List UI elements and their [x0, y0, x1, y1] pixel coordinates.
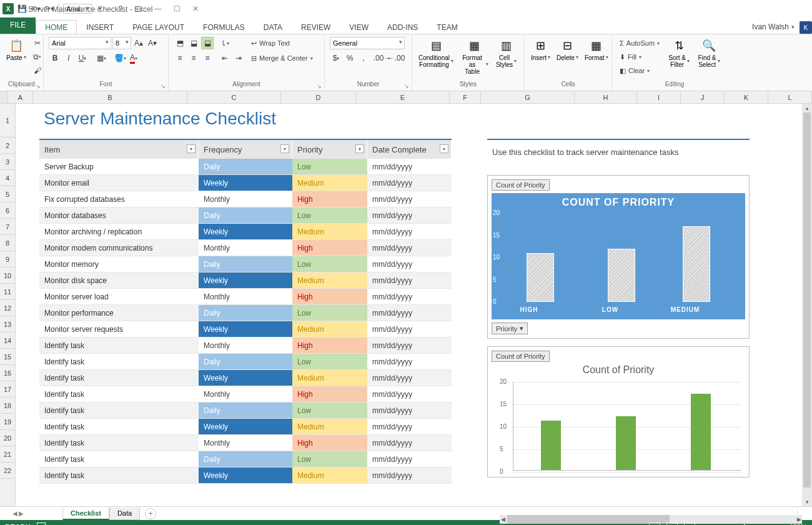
- cell-date[interactable]: mm/dd/yyyy: [367, 208, 452, 223]
- align-center-icon[interactable]: ≡: [187, 52, 200, 64]
- cell-item[interactable]: Identify task: [39, 386, 199, 402]
- format-painter-icon[interactable]: 🖌: [31, 64, 44, 77]
- delete-button[interactable]: ⊟Delete▾: [555, 37, 580, 62]
- cell-item[interactable]: Identify task: [39, 402, 199, 418]
- filter-icon[interactable]: ▾: [440, 144, 448, 153]
- align-bottom-icon[interactable]: ⬓: [201, 37, 214, 49]
- table-row[interactable]: Identify taskDailyLowmm/dd/yyyy: [39, 354, 452, 370]
- table-row[interactable]: Monitor server requestsWeeklyMediummm/dd…: [39, 321, 452, 338]
- column-header[interactable]: E: [356, 91, 450, 103]
- cell-frequency[interactable]: Weekly: [199, 175, 292, 191]
- sheet-tab-checklist[interactable]: Checklist: [62, 508, 109, 520]
- cell-frequency[interactable]: Daily: [199, 256, 292, 272]
- font-size-combo[interactable]: 8: [112, 37, 131, 49]
- save-icon[interactable]: 💾: [16, 3, 27, 14]
- cell-date[interactable]: mm/dd/yyyy: [367, 354, 452, 369]
- cell-frequency[interactable]: Monthly: [199, 386, 292, 402]
- row-header[interactable]: 6: [0, 202, 15, 219]
- cell-frequency[interactable]: Monthly: [199, 191, 292, 207]
- row-header[interactable]: 3: [0, 154, 15, 170]
- column-header[interactable]: L: [768, 91, 812, 103]
- cell-priority[interactable]: High: [292, 240, 367, 256]
- cell-item[interactable]: Identify task: [39, 419, 199, 434]
- cell-item[interactable]: Identify task: [39, 338, 199, 353]
- cell-date[interactable]: mm/dd/yyyy: [367, 191, 452, 207]
- decrease-decimal-icon[interactable]: ←.00: [390, 52, 402, 64]
- grow-font-icon[interactable]: A▴: [132, 37, 145, 49]
- cell-item[interactable]: Monitor archiving / replication: [39, 224, 199, 239]
- row-header[interactable]: 4: [0, 170, 15, 186]
- row-header[interactable]: 18: [0, 398, 15, 414]
- cell-priority[interactable]: Low: [292, 451, 367, 467]
- cell-date[interactable]: mm/dd/yyyy: [367, 451, 452, 467]
- cell-frequency[interactable]: Weekly: [199, 321, 292, 337]
- table-row[interactable]: Identify taskWeeklyMediummm/dd/yyyy: [39, 370, 452, 386]
- ribbon-tab-review[interactable]: REVIEW: [292, 20, 340, 34]
- conditional-formatting-button[interactable]: ▤Conditional Formatting▾: [417, 37, 455, 69]
- cell-date[interactable]: mm/dd/yyyy: [367, 272, 452, 288]
- cell-item[interactable]: Fix corrupted databases: [39, 191, 199, 207]
- row-header[interactable]: 20: [0, 430, 15, 446]
- column-header[interactable]: K: [725, 91, 768, 103]
- decrease-indent-icon[interactable]: ⇤: [219, 52, 231, 64]
- orientation-icon[interactable]: ⤹▾: [219, 37, 231, 49]
- chart-badge[interactable]: Count of Priority: [492, 351, 550, 362]
- percent-format-icon[interactable]: %: [344, 52, 356, 64]
- cell-date[interactable]: mm/dd/yyyy: [367, 159, 452, 174]
- cell-date[interactable]: mm/dd/yyyy: [367, 402, 452, 418]
- fill-button[interactable]: ⬇Fill▾: [617, 51, 662, 63]
- shrink-font-icon[interactable]: A▾: [146, 37, 159, 49]
- cell-priority[interactable]: Low: [292, 256, 367, 272]
- italic-button[interactable]: I: [62, 52, 75, 64]
- wrap-text-button[interactable]: ↩Wrap Text: [249, 37, 315, 49]
- bold-button[interactable]: B: [49, 52, 61, 64]
- row-header[interactable]: 5: [0, 186, 15, 202]
- column-header[interactable]: D: [281, 91, 356, 103]
- table-row[interactable]: Identify taskWeeklyMediummm/dd/yyyy: [39, 419, 452, 435]
- cell-item[interactable]: Monitor server requests: [39, 321, 199, 337]
- table-row[interactable]: Identify taskDailyLowmm/dd/yyyy: [39, 451, 452, 468]
- bar[interactable]: [608, 249, 635, 302]
- normal-view-icon[interactable]: [649, 522, 660, 525]
- close-icon[interactable]: ✕: [188, 2, 203, 15]
- chart-legend-priority[interactable]: Priority▾: [492, 322, 528, 334]
- table-row[interactable]: Monitor emailWeeklyMediummm/dd/yyyy: [39, 175, 452, 191]
- table-row[interactable]: Monitor memoryDailyLowmm/dd/yyyy: [39, 256, 452, 272]
- table-row[interactable]: Fix corrupted databasesMonthlyHighmm/dd/…: [39, 191, 452, 208]
- cell-frequency[interactable]: Daily: [199, 354, 292, 369]
- filter-icon[interactable]: ▾: [355, 144, 364, 153]
- cell-priority[interactable]: Medium: [292, 175, 367, 191]
- clipboard-launcher-icon[interactable]: ↘: [36, 83, 41, 89]
- ribbon-tab-team[interactable]: TEAM: [427, 20, 467, 34]
- user-badge[interactable]: K: [800, 21, 812, 34]
- cell-frequency[interactable]: Weekly: [199, 468, 292, 483]
- cell-frequency[interactable]: Monthly: [199, 338, 292, 353]
- row-header[interactable]: 12: [0, 300, 15, 316]
- bar[interactable]: [683, 226, 710, 302]
- cell-priority[interactable]: Medium: [292, 321, 367, 337]
- row-header[interactable]: 1: [0, 104, 15, 138]
- column-header[interactable]: G: [481, 91, 575, 103]
- cell-item[interactable]: Monitor performance: [39, 305, 199, 321]
- table-row[interactable]: Server BackupDailyLowmm/dd/yyyy: [39, 159, 452, 175]
- align-left-icon[interactable]: ≡: [174, 52, 186, 64]
- underline-button[interactable]: U▾: [76, 52, 89, 64]
- cell-date[interactable]: mm/dd/yyyy: [367, 321, 452, 337]
- number-format-combo[interactable]: General: [330, 37, 405, 49]
- align-top-icon[interactable]: ⬒: [174, 37, 186, 49]
- format-as-table-button[interactable]: ▦Format as Table▾: [458, 37, 490, 76]
- header-item[interactable]: Item▾: [39, 140, 199, 159]
- grid[interactable]: Server Maintenance Checklist Item▾ Frequ…: [16, 104, 812, 506]
- row-header[interactable]: 8: [0, 235, 15, 251]
- column-header[interactable]: C: [187, 91, 281, 103]
- row-header[interactable]: 15: [0, 349, 15, 365]
- copy-icon[interactable]: ⧉▾: [31, 51, 44, 63]
- cell-priority[interactable]: Medium: [292, 468, 367, 483]
- ribbon-tab-home[interactable]: HOME: [36, 20, 77, 34]
- cell-date[interactable]: mm/dd/yyyy: [367, 224, 452, 239]
- table-row[interactable]: Monitor performanceDailyLowmm/dd/yyyy: [39, 305, 452, 321]
- merge-center-button[interactable]: ⊟Merge & Center▾: [249, 52, 315, 64]
- cell-priority[interactable]: Medium: [292, 224, 367, 239]
- cell-priority[interactable]: Low: [292, 402, 367, 418]
- page-break-view-icon[interactable]: [684, 522, 695, 525]
